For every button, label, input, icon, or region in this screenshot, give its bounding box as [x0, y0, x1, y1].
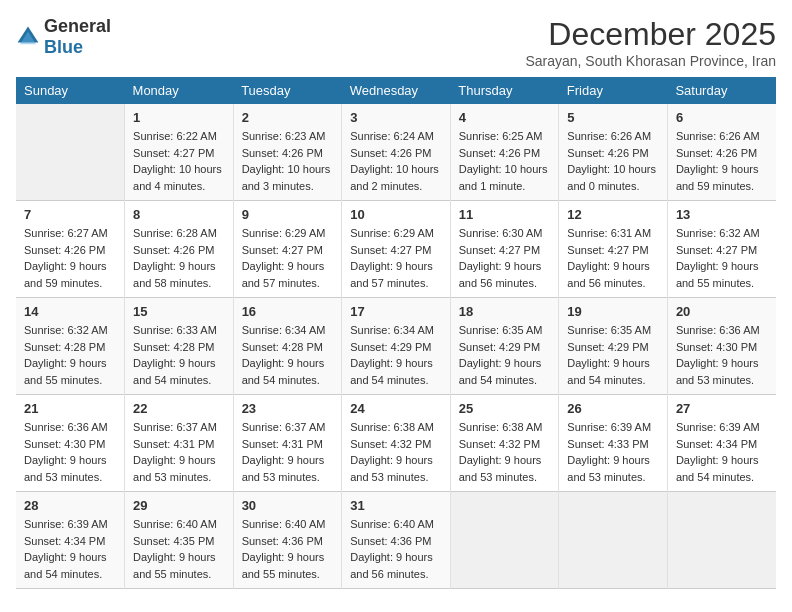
- day-info: Sunrise: 6:40 AMSunset: 4:36 PMDaylight:…: [242, 516, 334, 582]
- calendar-week-row: 21Sunrise: 6:36 AMSunset: 4:30 PMDayligh…: [16, 395, 776, 492]
- calendar-week-row: 7Sunrise: 6:27 AMSunset: 4:26 PMDaylight…: [16, 201, 776, 298]
- calendar-cell: [450, 492, 559, 589]
- calendar-table: SundayMondayTuesdayWednesdayThursdayFrid…: [16, 77, 776, 589]
- day-number: 25: [459, 401, 551, 416]
- calendar-week-row: 28Sunrise: 6:39 AMSunset: 4:34 PMDayligh…: [16, 492, 776, 589]
- day-number: 21: [24, 401, 116, 416]
- day-number: 29: [133, 498, 225, 513]
- page-header: General Blue December 2025 Sarayan, Sout…: [16, 16, 776, 69]
- day-number: 18: [459, 304, 551, 319]
- day-info: Sunrise: 6:28 AMSunset: 4:26 PMDaylight:…: [133, 225, 225, 291]
- day-info: Sunrise: 6:29 AMSunset: 4:27 PMDaylight:…: [350, 225, 442, 291]
- calendar-cell: [559, 492, 668, 589]
- day-info: Sunrise: 6:23 AMSunset: 4:26 PMDaylight:…: [242, 128, 334, 194]
- calendar-cell: 29Sunrise: 6:40 AMSunset: 4:35 PMDayligh…: [125, 492, 234, 589]
- day-info: Sunrise: 6:40 AMSunset: 4:35 PMDaylight:…: [133, 516, 225, 582]
- day-info: Sunrise: 6:32 AMSunset: 4:28 PMDaylight:…: [24, 322, 116, 388]
- calendar-cell: 1Sunrise: 6:22 AMSunset: 4:27 PMDaylight…: [125, 104, 234, 201]
- day-info: Sunrise: 6:25 AMSunset: 4:26 PMDaylight:…: [459, 128, 551, 194]
- day-info: Sunrise: 6:27 AMSunset: 4:26 PMDaylight:…: [24, 225, 116, 291]
- day-info: Sunrise: 6:33 AMSunset: 4:28 PMDaylight:…: [133, 322, 225, 388]
- calendar-cell: 31Sunrise: 6:40 AMSunset: 4:36 PMDayligh…: [342, 492, 451, 589]
- day-number: 6: [676, 110, 768, 125]
- calendar-cell: 19Sunrise: 6:35 AMSunset: 4:29 PMDayligh…: [559, 298, 668, 395]
- day-info: Sunrise: 6:34 AMSunset: 4:29 PMDaylight:…: [350, 322, 442, 388]
- day-info: Sunrise: 6:35 AMSunset: 4:29 PMDaylight:…: [567, 322, 659, 388]
- calendar-cell: 8Sunrise: 6:28 AMSunset: 4:26 PMDaylight…: [125, 201, 234, 298]
- logo-text-blue: Blue: [44, 37, 83, 57]
- day-info: Sunrise: 6:39 AMSunset: 4:34 PMDaylight:…: [24, 516, 116, 582]
- day-number: 13: [676, 207, 768, 222]
- calendar-cell: 21Sunrise: 6:36 AMSunset: 4:30 PMDayligh…: [16, 395, 125, 492]
- day-number: 31: [350, 498, 442, 513]
- day-number: 10: [350, 207, 442, 222]
- day-info: Sunrise: 6:39 AMSunset: 4:34 PMDaylight:…: [676, 419, 768, 485]
- calendar-cell: 4Sunrise: 6:25 AMSunset: 4:26 PMDaylight…: [450, 104, 559, 201]
- day-info: Sunrise: 6:36 AMSunset: 4:30 PMDaylight:…: [24, 419, 116, 485]
- day-number: 20: [676, 304, 768, 319]
- day-number: 15: [133, 304, 225, 319]
- title-block: December 2025 Sarayan, South Khorasan Pr…: [525, 16, 776, 69]
- calendar-cell: 26Sunrise: 6:39 AMSunset: 4:33 PMDayligh…: [559, 395, 668, 492]
- calendar-cell: 20Sunrise: 6:36 AMSunset: 4:30 PMDayligh…: [667, 298, 776, 395]
- day-number: 8: [133, 207, 225, 222]
- logo-icon: [16, 25, 40, 49]
- calendar-cell: 10Sunrise: 6:29 AMSunset: 4:27 PMDayligh…: [342, 201, 451, 298]
- day-number: 19: [567, 304, 659, 319]
- day-number: 16: [242, 304, 334, 319]
- day-info: Sunrise: 6:31 AMSunset: 4:27 PMDaylight:…: [567, 225, 659, 291]
- calendar-cell: 18Sunrise: 6:35 AMSunset: 4:29 PMDayligh…: [450, 298, 559, 395]
- weekday-header-monday: Monday: [125, 77, 234, 104]
- calendar-cell: 13Sunrise: 6:32 AMSunset: 4:27 PMDayligh…: [667, 201, 776, 298]
- weekday-header-wednesday: Wednesday: [342, 77, 451, 104]
- day-info: Sunrise: 6:22 AMSunset: 4:27 PMDaylight:…: [133, 128, 225, 194]
- weekday-header-friday: Friday: [559, 77, 668, 104]
- day-number: 17: [350, 304, 442, 319]
- calendar-cell: 12Sunrise: 6:31 AMSunset: 4:27 PMDayligh…: [559, 201, 668, 298]
- day-number: 23: [242, 401, 334, 416]
- day-info: Sunrise: 6:35 AMSunset: 4:29 PMDaylight:…: [459, 322, 551, 388]
- calendar-week-row: 1Sunrise: 6:22 AMSunset: 4:27 PMDaylight…: [16, 104, 776, 201]
- weekday-header-row: SundayMondayTuesdayWednesdayThursdayFrid…: [16, 77, 776, 104]
- day-info: Sunrise: 6:29 AMSunset: 4:27 PMDaylight:…: [242, 225, 334, 291]
- calendar-cell: 15Sunrise: 6:33 AMSunset: 4:28 PMDayligh…: [125, 298, 234, 395]
- day-number: 3: [350, 110, 442, 125]
- calendar-cell: 7Sunrise: 6:27 AMSunset: 4:26 PMDaylight…: [16, 201, 125, 298]
- calendar-header: SundayMondayTuesdayWednesdayThursdayFrid…: [16, 77, 776, 104]
- day-info: Sunrise: 6:24 AMSunset: 4:26 PMDaylight:…: [350, 128, 442, 194]
- day-info: Sunrise: 6:38 AMSunset: 4:32 PMDaylight:…: [459, 419, 551, 485]
- day-info: Sunrise: 6:36 AMSunset: 4:30 PMDaylight:…: [676, 322, 768, 388]
- calendar-cell: 5Sunrise: 6:26 AMSunset: 4:26 PMDaylight…: [559, 104, 668, 201]
- day-info: Sunrise: 6:26 AMSunset: 4:26 PMDaylight:…: [567, 128, 659, 194]
- day-number: 11: [459, 207, 551, 222]
- day-info: Sunrise: 6:34 AMSunset: 4:28 PMDaylight:…: [242, 322, 334, 388]
- day-info: Sunrise: 6:32 AMSunset: 4:27 PMDaylight:…: [676, 225, 768, 291]
- calendar-body: 1Sunrise: 6:22 AMSunset: 4:27 PMDaylight…: [16, 104, 776, 589]
- day-info: Sunrise: 6:37 AMSunset: 4:31 PMDaylight:…: [242, 419, 334, 485]
- day-info: Sunrise: 6:30 AMSunset: 4:27 PMDaylight:…: [459, 225, 551, 291]
- weekday-header-tuesday: Tuesday: [233, 77, 342, 104]
- day-info: Sunrise: 6:38 AMSunset: 4:32 PMDaylight:…: [350, 419, 442, 485]
- day-number: 5: [567, 110, 659, 125]
- weekday-header-thursday: Thursday: [450, 77, 559, 104]
- day-info: Sunrise: 6:40 AMSunset: 4:36 PMDaylight:…: [350, 516, 442, 582]
- calendar-cell: 3Sunrise: 6:24 AMSunset: 4:26 PMDaylight…: [342, 104, 451, 201]
- day-number: 2: [242, 110, 334, 125]
- day-number: 27: [676, 401, 768, 416]
- calendar-cell: 9Sunrise: 6:29 AMSunset: 4:27 PMDaylight…: [233, 201, 342, 298]
- calendar-cell: 30Sunrise: 6:40 AMSunset: 4:36 PMDayligh…: [233, 492, 342, 589]
- day-number: 14: [24, 304, 116, 319]
- calendar-cell: 16Sunrise: 6:34 AMSunset: 4:28 PMDayligh…: [233, 298, 342, 395]
- calendar-cell: [16, 104, 125, 201]
- day-number: 26: [567, 401, 659, 416]
- day-info: Sunrise: 6:26 AMSunset: 4:26 PMDaylight:…: [676, 128, 768, 194]
- day-number: 24: [350, 401, 442, 416]
- day-number: 12: [567, 207, 659, 222]
- day-number: 1: [133, 110, 225, 125]
- calendar-cell: 28Sunrise: 6:39 AMSunset: 4:34 PMDayligh…: [16, 492, 125, 589]
- calendar-cell: 11Sunrise: 6:30 AMSunset: 4:27 PMDayligh…: [450, 201, 559, 298]
- calendar-cell: 23Sunrise: 6:37 AMSunset: 4:31 PMDayligh…: [233, 395, 342, 492]
- logo: General Blue: [16, 16, 111, 58]
- day-number: 30: [242, 498, 334, 513]
- logo-text-general: General: [44, 16, 111, 36]
